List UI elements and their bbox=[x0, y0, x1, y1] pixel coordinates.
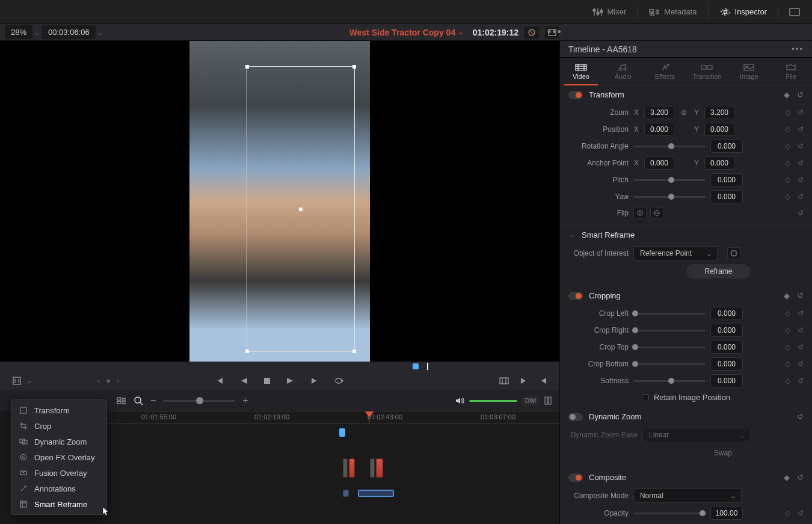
next-clip-button[interactable] bbox=[520, 377, 528, 385]
tab-effects[interactable]: Effects bbox=[644, 58, 686, 85]
reset-icon[interactable]: ↺ bbox=[798, 209, 804, 217]
keyframe-icon[interactable]: ◇ bbox=[785, 193, 790, 201]
tab-audio[interactable]: Audio bbox=[602, 58, 644, 85]
yaw-slider[interactable] bbox=[633, 196, 706, 198]
clip[interactable] bbox=[370, 458, 375, 478]
timeline-view-button[interactable] bbox=[117, 396, 126, 405]
keyframe-icon[interactable]: ◇ bbox=[785, 309, 790, 318]
scrub-marker[interactable] bbox=[413, 363, 419, 369]
reset-icon[interactable]: ↺ bbox=[798, 377, 804, 385]
tab-file[interactable]: File bbox=[770, 58, 812, 85]
keyframe-icon[interactable]: ◆ bbox=[784, 291, 790, 300]
reset-icon[interactable]: ↺ bbox=[798, 326, 804, 334]
crop-left-input[interactable] bbox=[710, 307, 743, 320]
keyframe-icon[interactable]: ◆ bbox=[784, 473, 790, 482]
fullscreen-button[interactable] bbox=[783, 4, 806, 20]
flip-h-button[interactable] bbox=[633, 207, 647, 219]
keyframe-icon[interactable]: ◇ bbox=[785, 360, 790, 368]
overlay-mode-button[interactable] bbox=[12, 376, 22, 386]
next-still-button[interactable]: › bbox=[117, 376, 119, 385]
ooi-select[interactable]: Reference Point⌵ bbox=[633, 246, 718, 260]
timecode-right[interactable]: 01:02:19:12 bbox=[473, 28, 518, 37]
collapse-caret[interactable]: ⌵ bbox=[568, 232, 576, 238]
zoom-y-input[interactable] bbox=[704, 106, 734, 119]
inspector-options[interactable]: ••• bbox=[792, 45, 804, 54]
loop-button[interactable] bbox=[334, 377, 345, 385]
reframe-rectangle[interactable] bbox=[247, 66, 355, 352]
tab-image[interactable]: Image bbox=[728, 58, 770, 85]
reset-icon[interactable]: ↺ bbox=[798, 343, 804, 351]
softness-slider[interactable] bbox=[633, 380, 706, 382]
timeline-ruler[interactable]: 01:01:55:00 01:02:19:00 01:02:43:00 01:0… bbox=[108, 411, 559, 424]
cropping-toggle[interactable] bbox=[568, 292, 583, 300]
flip-v-button[interactable] bbox=[650, 207, 663, 219]
last-frame-button[interactable] bbox=[309, 377, 319, 385]
zoom-slider[interactable] bbox=[163, 400, 235, 402]
opacity-slider[interactable] bbox=[633, 513, 706, 514]
reset-icon[interactable]: ↺ bbox=[797, 90, 804, 99]
scrub-playhead[interactable] bbox=[427, 363, 428, 370]
play-reverse-button[interactable] bbox=[240, 377, 248, 385]
reset-icon[interactable]: ↺ bbox=[798, 509, 804, 517]
zoom-to-fit-button[interactable] bbox=[134, 396, 143, 405]
crop-top-slider[interactable] bbox=[633, 347, 706, 348]
prev-still-button[interactable]: ‹ bbox=[97, 376, 100, 385]
zoom-x-input[interactable] bbox=[644, 106, 674, 119]
reset-icon[interactable]: ↺ bbox=[797, 473, 804, 482]
retain-checkbox[interactable] bbox=[642, 394, 649, 401]
match-frame-button[interactable] bbox=[499, 377, 509, 385]
crop-bottom-slider[interactable] bbox=[633, 363, 706, 365]
clip-selected[interactable] bbox=[358, 490, 394, 497]
reset-icon[interactable]: ↺ bbox=[798, 108, 804, 117]
pos-x-input[interactable] bbox=[644, 123, 674, 136]
tab-video[interactable]: Video bbox=[560, 58, 602, 85]
reset-icon[interactable]: ↺ bbox=[798, 125, 804, 134]
stop-button[interactable] bbox=[263, 377, 271, 385]
clip[interactable] bbox=[343, 490, 349, 497]
menu-annotations[interactable]: Annotations bbox=[11, 481, 106, 496]
clip[interactable] bbox=[343, 458, 348, 478]
metadata-button[interactable]: Metadata bbox=[642, 4, 703, 20]
keyframe-icon[interactable]: ◇ bbox=[785, 159, 790, 167]
zoom-out-button[interactable]: − bbox=[150, 395, 156, 406]
reset-icon[interactable]: ↺ bbox=[798, 309, 804, 318]
reset-icon[interactable]: ↺ bbox=[798, 159, 804, 167]
pitch-slider[interactable] bbox=[633, 179, 706, 181]
keyframe-icon[interactable]: ◇ bbox=[785, 108, 790, 117]
volume-slider[interactable] bbox=[469, 400, 517, 402]
timeline-tracks[interactable] bbox=[108, 424, 559, 525]
reset-icon[interactable]: ↺ bbox=[798, 142, 804, 150]
zoom-percent[interactable]: 28% bbox=[5, 25, 32, 39]
mixer-button[interactable]: Mixer bbox=[586, 4, 633, 20]
reset-icon[interactable]: ↺ bbox=[797, 291, 804, 300]
menu-fusion[interactable]: Fusion Overlay bbox=[11, 465, 106, 481]
prev-clip-button[interactable] bbox=[539, 377, 547, 385]
reset-icon[interactable]: ↺ bbox=[797, 412, 804, 421]
dynamic-zoom-toggle[interactable] bbox=[568, 413, 583, 421]
menu-crop[interactable]: Crop bbox=[11, 418, 106, 434]
more-options[interactable]: ••• bbox=[547, 26, 562, 39]
timeline-marker[interactable] bbox=[339, 428, 345, 437]
link-icon[interactable]: ⊘ bbox=[679, 108, 689, 117]
keyframe-icon[interactable]: ◇ bbox=[785, 142, 790, 150]
opacity-input[interactable] bbox=[710, 507, 743, 520]
crop-right-slider[interactable] bbox=[633, 330, 706, 331]
clip[interactable] bbox=[376, 458, 383, 478]
crop-left-slider[interactable] bbox=[633, 313, 706, 315]
crop-top-input[interactable] bbox=[710, 341, 743, 354]
keyframe-icon[interactable]: ◇ bbox=[785, 377, 790, 385]
bypass-icon[interactable] bbox=[524, 26, 539, 39]
zoom-thumb[interactable] bbox=[196, 397, 203, 404]
softness-input[interactable] bbox=[710, 374, 743, 387]
crop-right-input[interactable] bbox=[710, 324, 743, 337]
volume-icon[interactable] bbox=[455, 396, 464, 405]
composite-toggle[interactable] bbox=[568, 473, 583, 482]
handle-bottom-left[interactable] bbox=[245, 350, 249, 353]
reset-icon[interactable]: ↺ bbox=[798, 193, 804, 201]
dim-button[interactable]: DIM bbox=[522, 396, 539, 405]
reframe-button[interactable]: Reframe bbox=[686, 264, 750, 279]
target-button[interactable] bbox=[727, 247, 740, 259]
crop-bottom-input[interactable] bbox=[710, 357, 743, 371]
mode-select[interactable]: Normal⌵ bbox=[633, 489, 742, 503]
anchor-x-input[interactable] bbox=[644, 156, 674, 170]
